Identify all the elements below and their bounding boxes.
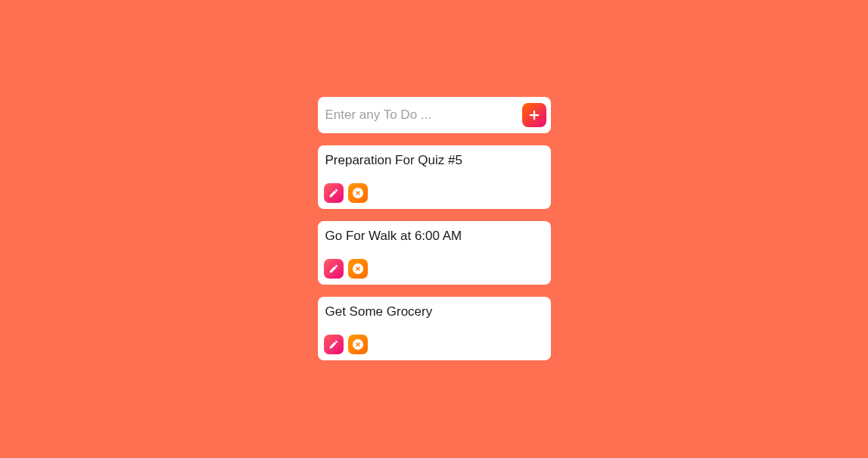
edit-button[interactable] <box>324 183 344 203</box>
todo-actions <box>324 259 545 279</box>
pencil-icon <box>328 263 339 274</box>
delete-button[interactable] <box>348 259 368 279</box>
todo-list: Preparation For Quiz #5Go For Walk at 6:… <box>318 145 551 372</box>
todo-actions <box>324 183 545 203</box>
close-circle-icon <box>353 188 363 198</box>
todo-actions <box>324 335 545 354</box>
todo-input[interactable] <box>322 101 522 129</box>
close-circle-icon <box>353 339 363 350</box>
todo-card: Preparation For Quiz #5 <box>318 145 551 209</box>
close-circle-icon <box>353 263 363 274</box>
todo-text: Preparation For Quiz #5 <box>324 153 545 168</box>
todo-card: Go For Walk at 6:00 AM <box>318 221 551 285</box>
delete-button[interactable] <box>348 183 368 203</box>
todo-text: Get Some Grocery <box>324 304 545 319</box>
edit-button[interactable] <box>324 259 344 279</box>
add-todo-button[interactable] <box>522 103 546 127</box>
pencil-icon <box>328 339 339 350</box>
pencil-icon <box>328 188 339 198</box>
edit-button[interactable] <box>324 335 344 354</box>
todo-text: Go For Walk at 6:00 AM <box>324 229 545 244</box>
todo-input-row <box>318 97 551 133</box>
plus-icon <box>527 108 541 122</box>
delete-button[interactable] <box>348 335 368 354</box>
todo-card: Get Some Grocery <box>318 297 551 360</box>
